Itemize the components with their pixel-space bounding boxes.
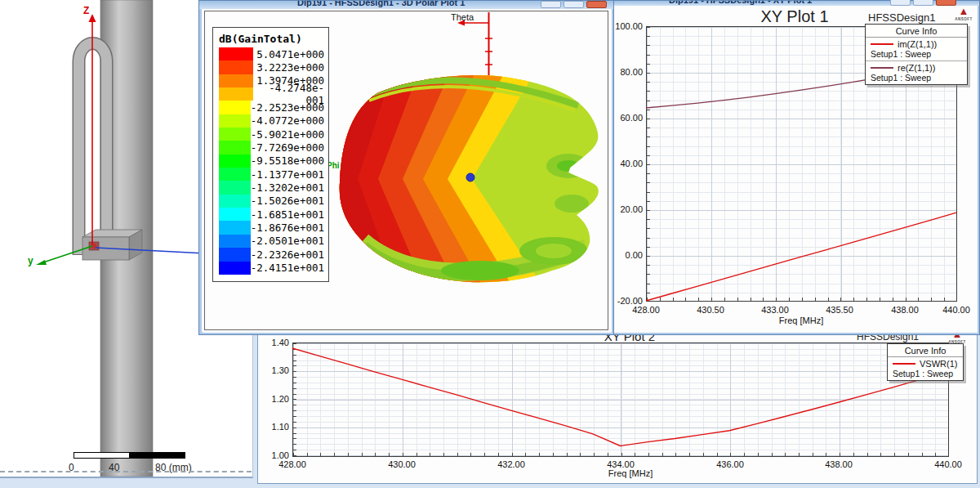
gain-color-swatch (219, 221, 251, 234)
gain-legend-row: -9.5518e+000 (213, 154, 328, 168)
gain-value: -4.0772e+000 (251, 114, 328, 127)
gain-legend-rows: 5.0471e+000 3.2223e+000 1.3974e+000 -4.2… (213, 47, 328, 275)
xy1-xtick: 430.50 (689, 305, 732, 315)
polar-client[interactable]: Theta Phi dB(GainTotal) 5.0471e+000 3.22… (203, 9, 612, 333)
xy1-xtick: 435.50 (818, 305, 861, 315)
maximize-button[interactable] (564, 1, 584, 8)
xy1-curve-info[interactable]: Curve Info im(Z(1,1)) Setup1 : Sweep re(… (865, 24, 968, 85)
xy1-xtick: 433.00 (754, 305, 796, 315)
gain-legend-row: -1.8676e+001 (213, 221, 328, 234)
gain-value: -2.0501e+001 (251, 235, 328, 247)
xy-plot-1-window[interactable]: Dip191 - HFSSDesign1 - XY Plot 1 XY Plot… (595, 0, 980, 335)
gain-legend-row: -1.6851e+001 (213, 208, 328, 221)
vswr-legend-label: VSWR(1) (920, 359, 957, 369)
xy1-xtick: 438.00 (884, 305, 926, 315)
gain-legend-row: -5.9021e+000 (213, 128, 328, 141)
gain-value: -1.6851e+001 (251, 208, 328, 221)
theta-axis-label: Theta (451, 12, 474, 22)
gain-value: -1.8676e+001 (251, 222, 328, 234)
gain-color-swatch (219, 181, 251, 194)
gain-legend-row: -1.5026e+001 (213, 195, 328, 208)
xy1-xtick: 440.00 (935, 305, 978, 315)
gain-legend-row: -1.1377e+001 (213, 168, 328, 181)
gain-value: -2.4151e+001 (251, 262, 328, 274)
re-legend-label: re(Z(1,1)) (898, 63, 935, 73)
axis-y-arrow (36, 260, 47, 265)
gain-legend-row: -2.0501e+001 (213, 235, 328, 248)
gain-color-swatch (219, 141, 251, 154)
gain-color-swatch (219, 87, 253, 101)
maximize-button[interactable] (913, 0, 933, 6)
gain-legend-row: -1.3202e+001 (213, 181, 328, 194)
gain-value: -1.1377e+001 (251, 168, 328, 181)
gain-legend-row: -7.7269e+000 (213, 141, 328, 154)
gain-color-swatch (219, 101, 251, 114)
curve-info-header: Curve Info (866, 25, 967, 38)
gain-legend-row: -2.2523e+000 (213, 101, 328, 114)
xy1-window-buttons (890, 0, 956, 6)
gain-color-swatch (219, 60, 253, 74)
re-legend-line (871, 67, 893, 69)
scale-ruler-white (74, 452, 130, 459)
xy-plot-2-window[interactable]: XY Plot 2 HFSSDesign1 ▲ ANSOFT 1.40 1.30… (257, 329, 978, 484)
xy2-xtick: 430.00 (381, 459, 423, 469)
xy2-ytick: 1.10 (263, 422, 289, 432)
im-z11-curve (646, 213, 956, 301)
gain-legend-row: 5.0471e+000 (213, 47, 328, 60)
axis-z-label: Z (83, 5, 89, 16)
re-legend-sub: Setup1 : Sweep (866, 73, 967, 84)
xy2-xtick: 428.00 (271, 459, 314, 469)
xy2-xtick: 438.00 (817, 459, 860, 469)
minimize-button[interactable] (890, 0, 911, 6)
gain-legend[interactable]: dB(GainTotal) 5.0471e+000 3.2223e+000 1.… (212, 27, 329, 282)
gain-value: 5.0471e+000 (253, 48, 328, 60)
gain-color-swatch (219, 114, 251, 128)
hfss-workspace: Z y 0 40 80 (mm) XY Plot 2 HFSSDesign1 ▲… (0, 0, 980, 488)
curve-info-header: Curve Info (888, 344, 963, 357)
xy2-ytick: 1.30 (263, 365, 289, 375)
gain-color-swatch (219, 208, 251, 221)
gain-value: 3.2223e+000 (253, 61, 328, 74)
im-legend-line (871, 43, 893, 45)
im-legend-label: im(Z(1,1)) (898, 39, 937, 49)
gain-legend-row: -4.0772e+000 (213, 114, 328, 128)
close-button[interactable] (586, 1, 607, 8)
xy2-curve-info[interactable]: Curve Info VSWR(1) Setup1 : Sweep (887, 343, 964, 381)
gain-legend-row: -2.2326e+001 (213, 248, 328, 261)
xy2-xtick: 432.00 (490, 459, 532, 469)
im-legend-sub: Setup1 : Sweep (866, 49, 967, 61)
polar-window-buttons (541, 1, 607, 8)
gain-legend-row: 3.2223e+000 (213, 60, 328, 74)
vswr-curve (292, 348, 948, 446)
gain-legend-row: -4.2748e-001 (213, 87, 328, 101)
gain-color-swatch (219, 47, 253, 60)
xy1-xaxis-title: Freq [MHz] (760, 316, 842, 325)
gain-color-swatch (219, 248, 251, 261)
gain-color-swatch (219, 74, 253, 87)
gain-color-swatch (219, 195, 251, 208)
vswr-legend-sub: Setup1 : Sweep (888, 369, 963, 380)
gain-legend-row: -2.4151e+001 (213, 262, 328, 275)
xy1-xtick: 428.00 (625, 305, 667, 315)
close-button[interactable] (936, 0, 956, 6)
axis-y-label: y (28, 255, 33, 266)
polar-plot-window[interactable]: Dip191 - HFSSDesign1 - 3D Polar Plot 1 (198, 0, 614, 335)
gain-legend-title: dB(GainTotal) (213, 28, 328, 47)
vswr-legend-line (893, 363, 915, 365)
gain-color-swatch (219, 168, 251, 181)
gain-value: -2.2523e+000 (251, 101, 328, 114)
xy1-client: XY Plot 1 HFSSDesign1 ▲ ANSOFT 100.00 80… (599, 6, 978, 333)
gain-value: -1.3202e+001 (251, 181, 328, 194)
axis-z-arrow (89, 14, 96, 22)
gain-value: -1.5026e+001 (251, 195, 328, 207)
xy2-ytick: 1.40 (263, 338, 289, 347)
xy2-ytick: 1.20 (263, 394, 289, 404)
gain-value: -9.5518e+000 (251, 154, 328, 167)
origin-dot (466, 173, 474, 181)
gain-value: -7.7269e+000 (251, 141, 328, 154)
minimize-button[interactable] (541, 1, 561, 8)
gain-color-swatch (219, 128, 251, 141)
xy2-xaxis-title: Freq [MHz] (590, 468, 671, 478)
xy2-xtick: 436.00 (709, 459, 751, 469)
viewport-dashed-edge (0, 471, 252, 472)
